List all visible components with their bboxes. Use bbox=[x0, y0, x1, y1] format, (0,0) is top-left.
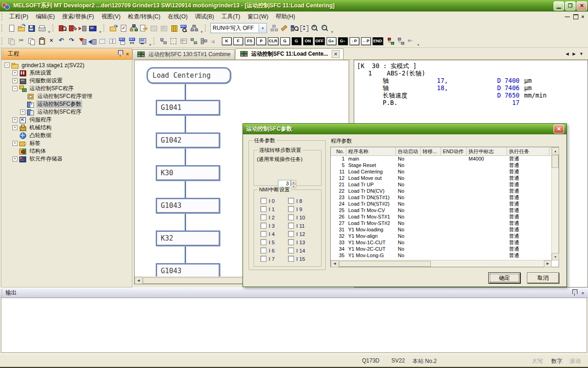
menu-item-5[interactable]: 在线(O) bbox=[164, 12, 191, 22]
tree-item-8[interactable]: +机械结构 bbox=[2, 124, 131, 132]
table-header-5[interactable]: 执行中标志 bbox=[467, 147, 507, 155]
pin-icon[interactable] bbox=[118, 50, 123, 55]
table-header-0[interactable]: No. bbox=[331, 147, 346, 155]
checkbox-icon[interactable] bbox=[260, 206, 266, 212]
overflow-chevron-icon[interactable]: ▾ bbox=[99, 30, 101, 34]
tab-scroll-left-icon[interactable]: ◀ bbox=[565, 52, 569, 56]
cancel-button[interactable]: 取消 bbox=[527, 272, 559, 283]
mdi-close-button[interactable]: × bbox=[582, 14, 584, 19]
program-parameter-table[interactable]: No.程序名称自动启动转移...END动作执行中标志执行任务 1mainNoM4… bbox=[330, 147, 559, 267]
table-row-12[interactable]: 32Y1 Mov-alignNo普通 bbox=[331, 233, 552, 239]
jump-left-icon[interactable]: ⇤ bbox=[407, 37, 415, 45]
sfc-step-k30[interactable]: K30 bbox=[156, 165, 220, 181]
nmi-checkbox-i5[interactable]: I 5 bbox=[260, 239, 275, 245]
pc-monitor-icon[interactable] bbox=[139, 37, 147, 45]
table-row-11[interactable]: 31Y1 Mov-loadingNo普通 bbox=[331, 226, 552, 233]
sfc-clr-button[interactable]: CLR bbox=[268, 37, 278, 45]
sfc-step-g1043[interactable]: G1043 bbox=[156, 198, 220, 213]
sfc-step-g1041[interactable]: G1041 bbox=[156, 100, 220, 115]
checkbox-icon[interactable] bbox=[288, 256, 294, 262]
menu-item-0[interactable]: 工程(P) bbox=[6, 12, 32, 22]
tab-scroll-right-icon[interactable]: ▶ bbox=[572, 52, 576, 56]
tree-toggle-minus-icon[interactable]: − bbox=[5, 63, 10, 68]
sfc-end-button[interactable]: END bbox=[373, 37, 383, 45]
tree-item-0[interactable]: −grinder13 stage1 z(SV22) bbox=[2, 61, 131, 69]
scroll-right-icon[interactable]: ▶ bbox=[544, 260, 552, 267]
checkbox-icon[interactable] bbox=[288, 239, 294, 245]
table-row-13[interactable]: 33Y1 Mov-1C-CUTNo普通 bbox=[331, 239, 552, 246]
tree-item-10[interactable]: +标签 bbox=[2, 139, 131, 147]
checkbox-icon[interactable] bbox=[288, 231, 294, 237]
batch-replace-icon[interactable] bbox=[79, 24, 87, 32]
checkbox-icon[interactable] bbox=[288, 198, 294, 204]
document-tab-1[interactable]: 运动控制SFC 11:Load Cente...✕ bbox=[235, 48, 344, 59]
copy-icon[interactable] bbox=[28, 37, 36, 45]
sfc-start-node[interactable]: Load Centering bbox=[147, 67, 231, 84]
redo-icon[interactable]: ↷ bbox=[68, 37, 76, 45]
menu-item-3[interactable]: 视图(V) bbox=[98, 12, 124, 22]
find-device-icon[interactable] bbox=[58, 24, 67, 32]
table-row-10[interactable]: 27Load Tr Mov-ST#2No普通 bbox=[331, 220, 552, 226]
nmi-checkbox-i7[interactable]: I 7 bbox=[260, 256, 275, 262]
jump-icon[interactable] bbox=[140, 24, 148, 32]
table-row-1[interactable]: 5Stage ResetNo普通 bbox=[331, 162, 552, 168]
tree-item-5[interactable]: 运动控制SFC参数 bbox=[2, 100, 131, 108]
panel-close-icon[interactable]: × bbox=[126, 51, 129, 58]
nmi-checkbox-i10[interactable]: I 10 bbox=[288, 214, 305, 220]
nmi-checkbox-i0[interactable]: I 0 bbox=[260, 198, 275, 204]
checkbox-icon[interactable] bbox=[288, 247, 294, 253]
sfc-f-button[interactable]: F bbox=[233, 37, 243, 45]
table-row-8[interactable]: 25Load Tr Mov-CVNo普通 bbox=[331, 207, 552, 213]
menu-item-7[interactable]: 工具(T) bbox=[218, 12, 244, 22]
nmi-checkbox-i3[interactable]: I 3 bbox=[260, 223, 275, 229]
table-body[interactable]: 1mainNoM4000普通5Stage ResetNo普通11Load Cen… bbox=[331, 155, 552, 260]
disabled-b-icon[interactable] bbox=[160, 24, 168, 32]
nmi-checkbox-i11[interactable]: I 11 bbox=[288, 223, 305, 229]
table-row-15[interactable]: 35Y1 Mov-Long-GNo普通 bbox=[331, 252, 552, 259]
table-row-5[interactable]: 22Load Tr DN(CV)No普通 bbox=[331, 188, 552, 194]
window-tile-icon[interactable] bbox=[108, 37, 117, 45]
menu-item-6[interactable]: 调试(B) bbox=[191, 12, 218, 22]
tree-item-1[interactable]: +系统设置 bbox=[2, 69, 131, 77]
sfc-select-icon[interactable] bbox=[170, 37, 178, 45]
sfc-g-green-button[interactable]: G▸ bbox=[327, 37, 336, 45]
tree-toggle-plus-icon[interactable]: + bbox=[12, 117, 17, 122]
edit-pencil-icon[interactable] bbox=[280, 24, 288, 32]
table-row-14[interactable]: 34Y1 Mov-2C-CUTNo普通 bbox=[331, 246, 552, 252]
overflow-chevron-icon[interactable]: ▾ bbox=[48, 30, 50, 34]
document-tab-0[interactable]: 运动控制SFC 130:ST#1 Combine bbox=[132, 49, 235, 59]
sfc-step-g1042[interactable]: G1042 bbox=[156, 132, 220, 148]
overflow-chevron-icon[interactable]: ▾ bbox=[149, 43, 151, 47]
chain-search-icon[interactable] bbox=[290, 24, 299, 32]
table-header-1[interactable]: 程序名称 bbox=[346, 147, 396, 155]
io-monitor-icon[interactable] bbox=[170, 24, 178, 32]
read-from-plc-icon[interactable] bbox=[88, 37, 96, 45]
branch-clear-icon[interactable] bbox=[397, 37, 405, 45]
checkbox-icon[interactable] bbox=[260, 256, 266, 262]
nmi-checkbox-i12[interactable]: I 12 bbox=[288, 231, 305, 237]
tree-toggle-minus-icon[interactable]: − bbox=[12, 86, 17, 91]
tab-list-dropdown-icon[interactable]: ▼ bbox=[579, 52, 583, 56]
sfc-branch-icon[interactable] bbox=[200, 37, 208, 45]
table-row-7[interactable]: 24Load Tr DN(ST#2)No普通 bbox=[331, 201, 552, 207]
table-row-0[interactable]: 1mainNoM4000普通 bbox=[331, 155, 552, 162]
replace-device-icon[interactable] bbox=[68, 24, 77, 32]
save-project-icon[interactable] bbox=[28, 24, 36, 32]
tree-item-2[interactable]: +伺服数据设置 bbox=[2, 77, 131, 85]
checkbox-icon[interactable] bbox=[260, 231, 266, 237]
spinner-up-icon[interactable]: ▲ bbox=[291, 180, 296, 184]
checkbox-icon[interactable] bbox=[260, 223, 266, 229]
nmi-checkbox-i14[interactable]: I 14 bbox=[288, 247, 305, 253]
menu-item-1[interactable]: 编辑(E) bbox=[32, 12, 59, 22]
new-file-icon[interactable] bbox=[7, 24, 16, 32]
sfc-insert-icon[interactable] bbox=[190, 37, 198, 45]
nmi-checkbox-i6[interactable]: I 6 bbox=[260, 247, 275, 253]
scroll-thumb[interactable] bbox=[339, 261, 431, 267]
dialog-title-bar[interactable]: 运动控制SFC参数 ✕ bbox=[243, 124, 566, 134]
sfc-k-button[interactable]: K bbox=[222, 37, 232, 45]
dev-search-icon[interactable]: DEV bbox=[180, 24, 188, 32]
scroll-left-icon[interactable]: ◀ bbox=[135, 277, 142, 284]
sfc-fs-button[interactable]: FS bbox=[245, 37, 254, 45]
tree-toggle-plus-icon[interactable]: + bbox=[12, 141, 17, 146]
sfc-step-k32[interactable]: K32 bbox=[156, 230, 220, 246]
